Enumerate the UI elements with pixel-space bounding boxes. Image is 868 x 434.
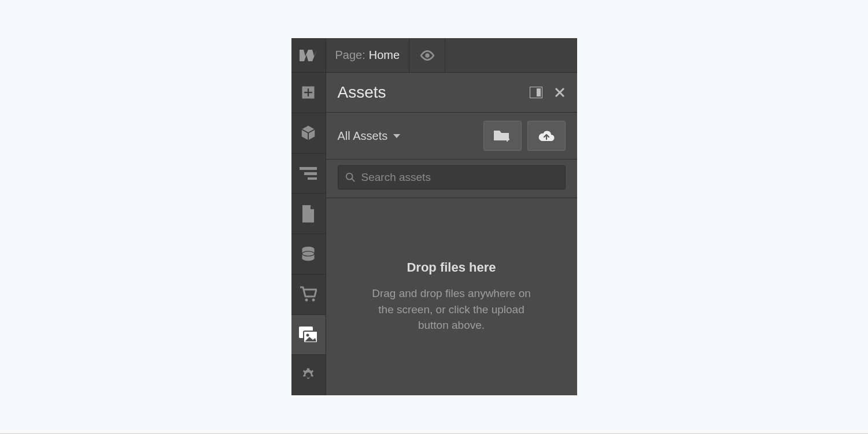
cube-icon (300, 124, 317, 142)
svg-rect-16 (537, 88, 541, 97)
drop-title: Drop files here (407, 260, 496, 275)
svg-point-19 (346, 173, 352, 180)
filter-label: All Assets (338, 129, 388, 143)
navigator-icon (300, 167, 317, 180)
panel-title: Assets (338, 83, 518, 102)
cloud-upload-icon (538, 129, 555, 142)
svg-point-9 (305, 299, 308, 302)
new-folder-button[interactable] (483, 121, 522, 151)
svg-rect-6 (308, 177, 317, 180)
svg-rect-3 (304, 92, 312, 93)
eye-icon (420, 48, 435, 63)
preview-button[interactable] (409, 38, 445, 72)
search-row (326, 159, 577, 198)
assets-panel: Assets All Assets (326, 73, 577, 395)
search-box[interactable] (338, 165, 566, 190)
svg-rect-18 (505, 139, 509, 140)
svg-line-20 (352, 179, 354, 182)
page-icon (301, 205, 315, 222)
close-panel-button[interactable] (554, 87, 566, 98)
plus-box-icon (300, 84, 316, 101)
sidebar-item-navigator[interactable] (291, 154, 326, 194)
sidebar-item-ecommerce[interactable] (291, 275, 326, 315)
cart-icon (300, 286, 317, 302)
pin-icon (530, 87, 542, 98)
pin-panel-button[interactable] (530, 87, 542, 98)
search-input[interactable] (361, 171, 558, 184)
svg-rect-4 (300, 167, 317, 170)
panel-header: Assets (326, 73, 577, 113)
asset-filter-select[interactable]: All Assets (338, 129, 478, 143)
left-sidebar (291, 73, 326, 395)
svg-point-10 (312, 299, 315, 302)
page-selector[interactable]: Page: Home (326, 38, 410, 72)
webflow-icon (300, 50, 317, 61)
sidebar-item-add[interactable] (291, 73, 326, 113)
assets-icon (299, 327, 317, 343)
close-icon (554, 87, 566, 98)
gear-icon (300, 367, 316, 383)
panel-toolbar: All Assets (326, 113, 577, 159)
page-label: Page: (335, 49, 365, 62)
drop-subtitle: Drag and drop files anywhere on the scre… (368, 285, 535, 333)
svg-rect-5 (304, 172, 317, 175)
body-row: Assets All Assets (291, 73, 577, 395)
sidebar-item-cms[interactable] (291, 234, 326, 275)
app-window: Page: Home (291, 38, 577, 395)
sidebar-item-settings[interactable] (291, 355, 326, 395)
sidebar-item-pages[interactable] (291, 194, 326, 234)
upload-button[interactable] (527, 121, 566, 151)
drop-zone[interactable]: Drop files here Drag and drop files anyw… (326, 198, 577, 395)
chevron-down-icon (393, 134, 400, 138)
sidebar-item-symbols[interactable] (291, 113, 326, 154)
page-name: Home (369, 49, 400, 62)
svg-point-0 (425, 53, 430, 58)
sidebar-item-assets[interactable] (291, 315, 326, 355)
svg-point-13 (306, 333, 309, 336)
folder-plus-icon (494, 129, 511, 143)
webflow-logo[interactable] (291, 38, 326, 72)
svg-point-14 (306, 373, 311, 377)
top-bar: Page: Home (291, 38, 577, 73)
database-icon (300, 246, 316, 262)
search-icon (345, 172, 356, 183)
